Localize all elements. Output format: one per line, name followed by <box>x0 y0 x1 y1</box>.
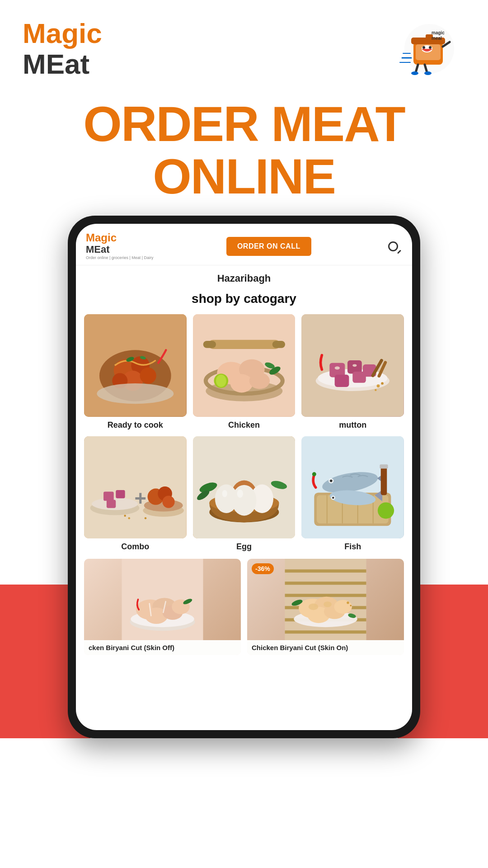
svg-point-69 <box>162 495 174 508</box>
svg-point-101 <box>312 472 316 476</box>
svg-point-6 <box>422 46 425 49</box>
svg-point-81 <box>222 490 227 497</box>
svg-point-51 <box>335 366 340 369</box>
svg-text:magic: magic <box>432 30 445 35</box>
app-brand-m: M <box>86 244 94 255</box>
svg-point-10 <box>411 71 418 75</box>
product-name-biryani-on: Chicken Biryani Cut (Skin On) <box>247 640 404 655</box>
category-img-ready-to-cook <box>84 314 187 417</box>
svg-point-97 <box>332 496 334 499</box>
app-header: Magic MEat Order online | groceries | Me… <box>76 224 412 265</box>
category-label-combo: Combo <box>121 542 149 552</box>
svg-point-79 <box>232 485 256 515</box>
svg-rect-62 <box>116 490 125 498</box>
category-grid: Ready to cook <box>76 314 412 552</box>
phone-screen: Magic MEat Order online | groceries | Me… <box>76 224 412 730</box>
svg-point-33 <box>230 374 253 392</box>
svg-rect-41 <box>272 341 285 348</box>
category-img-egg <box>193 436 296 539</box>
phone-outer: Magic MEat Order online | groceries | Me… <box>68 216 420 738</box>
svg-rect-39 <box>208 340 280 349</box>
category-mutton[interactable]: mutton <box>301 314 404 430</box>
category-label-mutton: mutton <box>339 420 366 430</box>
top-header: Magic MEat <box>0 0 488 89</box>
svg-rect-61 <box>103 491 114 500</box>
svg-point-72 <box>145 517 147 519</box>
search-button[interactable] <box>384 237 402 255</box>
svg-point-132 <box>350 605 352 607</box>
svg-rect-50 <box>353 372 366 383</box>
svg-point-27 <box>97 383 174 404</box>
category-label-egg: Egg <box>236 542 252 552</box>
svg-rect-63 <box>107 500 116 508</box>
svg-point-23 <box>140 368 156 384</box>
svg-point-7 <box>429 46 432 49</box>
brand-meat-text: MEat <box>23 49 102 80</box>
category-ready-to-cook[interactable]: Ready to cook <box>84 314 187 430</box>
category-combo[interactable]: + <box>84 436 187 552</box>
hero-section: ORDER MEAT ONLINE <box>0 89 488 216</box>
brand-m-letter: M <box>23 48 46 80</box>
svg-point-126 <box>334 600 352 614</box>
svg-point-80 <box>237 489 243 497</box>
app-brand-meat: MEat <box>86 244 154 255</box>
category-section-title: shop by catogary <box>76 287 412 314</box>
hero-title: ORDER MEAT ONLINE <box>18 98 470 202</box>
svg-rect-99 <box>381 467 387 495</box>
category-label-chicken: Chicken <box>228 420 260 430</box>
brand-magic-text: Magic <box>23 18 102 49</box>
svg-rect-49 <box>335 375 349 387</box>
svg-point-98 <box>378 502 394 519</box>
product-section: cken Biryani Cut (Skin Off) -36% <box>76 552 412 655</box>
mascot-logo: magic meal <box>393 22 465 76</box>
product-grid: cken Biryani Cut (Skin Off) -36% <box>84 559 404 655</box>
svg-point-57 <box>375 389 377 391</box>
order-call-button[interactable]: ORDER ON CALL <box>226 237 311 256</box>
category-img-fish <box>301 436 404 539</box>
svg-point-94 <box>330 479 333 482</box>
app-brand-magic: Magic <box>86 232 154 244</box>
category-egg[interactable]: Egg <box>193 436 296 552</box>
svg-rect-40 <box>203 341 216 348</box>
product-biryani-off[interactable]: cken Biryani Cut (Skin Off) <box>84 559 241 655</box>
hero-title-line2: ONLINE <box>18 150 470 203</box>
app-brand: Magic MEat Order online | groceries | Me… <box>86 232 154 260</box>
category-label-ready-to-cook: Ready to cook <box>108 420 163 430</box>
svg-text:meal: meal <box>432 36 442 41</box>
phone-wrapper: Magic MEat Order online | groceries | Me… <box>0 216 488 738</box>
svg-point-131 <box>347 602 349 604</box>
product-biryani-on[interactable]: -36% <box>247 559 404 655</box>
svg-point-36 <box>216 375 226 387</box>
svg-rect-100 <box>380 464 388 468</box>
category-img-mutton <box>301 314 404 417</box>
product-img-biryani-off <box>84 559 241 640</box>
product-name-biryani-off: cken Biryani Cut (Skin Off) <box>84 640 241 655</box>
app-tagline: Order online | groceries | Meat | Dairy <box>86 256 154 260</box>
svg-point-55 <box>377 384 380 387</box>
location-display: Hazaribagh <box>76 265 412 287</box>
search-icon <box>388 241 398 251</box>
svg-point-128 <box>324 602 332 608</box>
svg-point-70 <box>124 514 126 517</box>
svg-point-71 <box>128 517 130 519</box>
category-img-combo: + <box>84 436 187 539</box>
app-brand-eat: Eat <box>94 244 109 255</box>
svg-point-52 <box>353 364 357 367</box>
svg-point-127 <box>309 604 319 610</box>
category-label-fish: Fish <box>344 542 361 552</box>
svg-point-56 <box>381 382 384 385</box>
category-chicken[interactable]: Chicken <box>193 314 296 430</box>
hero-title-line1: ORDER MEAT <box>18 98 470 150</box>
brand-eat-text: Eat <box>46 48 89 80</box>
discount-badge-biryani-on: -36% <box>252 563 274 574</box>
svg-point-11 <box>424 71 432 75</box>
svg-point-34 <box>249 373 269 389</box>
category-fish[interactable]: Fish <box>301 436 404 552</box>
category-img-chicken <box>193 314 296 417</box>
brand-logo: Magic MEat <box>23 18 102 80</box>
